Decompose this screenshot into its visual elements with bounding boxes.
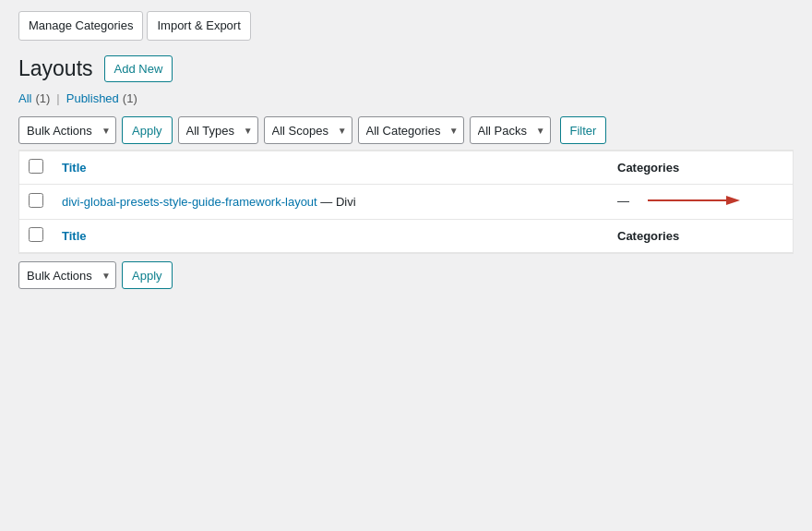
- tfoot-title: Title: [53, 220, 608, 253]
- page-wrapper: Manage Categories Import & Export Layout…: [0, 0, 812, 531]
- bottom-toolbar: Bulk Actions ▼ Apply: [18, 254, 794, 289]
- title-column-label[interactable]: Title: [62, 161, 87, 175]
- tfoot-categories: Categories: [608, 220, 793, 253]
- row-checkbox[interactable]: [29, 193, 43, 208]
- select-all-bottom-checkbox[interactable]: [29, 227, 43, 242]
- filter-all-link[interactable]: All: [18, 91, 31, 105]
- row-categories-value: —: [617, 194, 629, 208]
- all-count: (1): [35, 91, 50, 105]
- tab-manage-categories[interactable]: Manage Categories: [18, 11, 143, 41]
- table-row: divi-global-presets-style-guide-framewor…: [19, 185, 793, 220]
- filter-button[interactable]: Filter: [560, 116, 607, 144]
- row-title-link[interactable]: divi-global-presets-style-guide-framewor…: [62, 195, 317, 209]
- tfoot-title-label[interactable]: Title: [62, 229, 87, 243]
- bottom-apply-button[interactable]: Apply: [122, 261, 173, 289]
- all-categories-select[interactable]: All Categories: [358, 116, 464, 144]
- top-apply-button[interactable]: Apply: [122, 116, 173, 144]
- all-types-select[interactable]: All Types: [178, 116, 258, 144]
- categories-column-label: Categories: [617, 161, 679, 175]
- row-author: — Divi: [320, 195, 355, 209]
- table-header-row: Title Categories: [19, 151, 793, 185]
- page-title: Layouts: [18, 55, 93, 83]
- all-packs-wrapper: All Packs ▼: [470, 116, 551, 144]
- page-heading: Layouts Add New: [18, 55, 794, 83]
- all-scopes-wrapper: All Scopes ▼: [264, 116, 352, 144]
- tfoot-checkbox: [19, 220, 53, 253]
- all-categories-wrapper: All Categories ▼: [358, 116, 464, 144]
- add-new-button[interactable]: Add New: [104, 55, 173, 83]
- row-categories-cell: —: [608, 185, 793, 220]
- layouts-table: Title Categories divi-global-presets-sty…: [19, 151, 793, 253]
- bulk-actions-select[interactable]: Bulk Actions: [18, 116, 116, 144]
- published-count: (1): [123, 91, 137, 105]
- svg-marker-1: [726, 196, 740, 205]
- filter-published-link[interactable]: Published: [66, 91, 119, 105]
- th-checkbox: [19, 151, 53, 185]
- row-title-cell: divi-global-presets-style-guide-framewor…: [53, 185, 608, 220]
- bottom-bulk-actions-wrapper: Bulk Actions ▼: [18, 261, 116, 289]
- all-packs-select[interactable]: All Packs: [470, 116, 551, 144]
- select-all-checkbox[interactable]: [29, 159, 43, 174]
- filter-separator: |: [56, 91, 59, 105]
- view-filters: All (1) | Published (1): [18, 91, 794, 105]
- tab-navigation: Manage Categories Import & Export: [18, 11, 794, 41]
- layouts-table-container: Title Categories divi-global-presets-sty…: [18, 150, 794, 254]
- th-categories: Categories: [608, 151, 793, 185]
- top-toolbar: Bulk Actions ▼ Apply All Types ▼ All Sco…: [18, 111, 794, 150]
- tab-import-export[interactable]: Import & Export: [147, 11, 250, 41]
- table-footer-row: Title Categories: [19, 220, 793, 253]
- bottom-bulk-actions-select[interactable]: Bulk Actions: [18, 261, 116, 289]
- all-types-wrapper: All Types ▼: [178, 116, 258, 144]
- tfoot-categories-label: Categories: [617, 229, 679, 243]
- th-title: Title: [53, 151, 608, 185]
- all-scopes-select[interactable]: All Scopes: [264, 116, 352, 144]
- bulk-actions-wrapper: Bulk Actions ▼: [18, 116, 116, 144]
- red-arrow-annotation: [648, 192, 740, 211]
- row-checkbox-cell: [19, 185, 53, 220]
